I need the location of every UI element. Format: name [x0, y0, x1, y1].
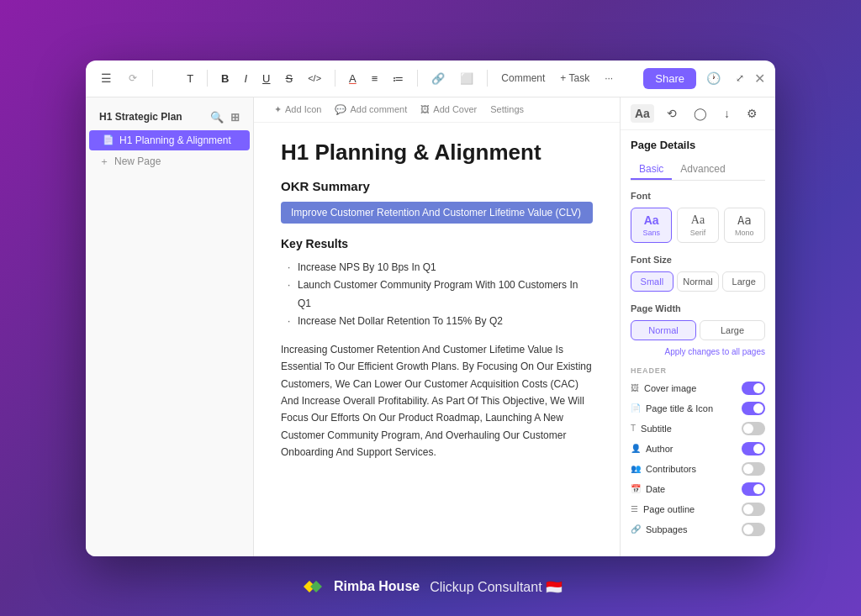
size-small[interactable]: Small [631, 271, 673, 292]
list-btn[interactable]: ≔ [388, 70, 409, 87]
tab-row: Basic Advanced [631, 160, 765, 181]
expand-icon[interactable]: ⤢ [731, 69, 749, 87]
toggle-item-icon: 🔗 [631, 524, 641, 534]
doc-content: H1 Planning & Alignment OKR Summary Impr… [254, 123, 620, 478]
tab-basic[interactable]: Basic [631, 160, 672, 180]
panel-icon-3[interactable]: ↓ [720, 104, 734, 123]
font-size-label: Font Size [631, 255, 765, 265]
toggle-switch[interactable] [742, 503, 765, 516]
doc-icon: 📄 [103, 134, 114, 145]
toolbar-divider-1 [152, 70, 153, 87]
clock-icon[interactable]: 🕐 [701, 68, 726, 88]
text-dropdown-btn[interactable]: T [182, 70, 198, 87]
app-window: ☰ ⟳ T B I U S </> A ≡ ≔ 🔗 ⬜ Comment + Ta… [86, 61, 775, 556]
toggle-label: 🖼 Cover image [631, 383, 696, 393]
font-label: Font [631, 191, 765, 201]
toggle-label: 👥 Contributors [631, 464, 696, 474]
toggle-item-icon: 🖼 [631, 383, 639, 392]
header-toggle-row: T Subtitle [631, 422, 765, 435]
aa-format-btn[interactable]: Aa [631, 104, 654, 123]
add-icon-btn[interactable]: ✦ Add Icon [274, 104, 321, 115]
toggle-switch[interactable] [742, 462, 765, 476]
tab-advanced[interactable]: Advanced [672, 160, 733, 180]
font-options: Aa Sans Aa Serif Aa Mono [631, 208, 765, 243]
font-mono[interactable]: Aa Mono [724, 208, 765, 243]
toolbar-right: Share 🕐 ⤢ ✕ [643, 68, 765, 89]
toggle-item-icon: T [631, 424, 636, 433]
toggle-switch[interactable] [742, 402, 765, 415]
share-button[interactable]: Share [643, 68, 696, 89]
italic-btn[interactable]: I [239, 70, 252, 87]
header-toggle-row: ☰ Page outline [631, 503, 765, 516]
font-sans[interactable]: Aa Sans [631, 208, 672, 243]
underline-btn[interactable]: U [257, 70, 275, 87]
panel-icon-1[interactable]: ⟲ [663, 104, 681, 123]
toggle-switch[interactable] [742, 482, 765, 496]
font-color-btn[interactable]: A [344, 70, 362, 87]
right-panel: Aa ⟲ ◯ ↓ ⚙ Page Details Basic Advanced F… [620, 97, 775, 556]
page-width-options: Normal Large [631, 320, 765, 340]
toolbar-divider-5 [487, 70, 488, 87]
add-comment-btn[interactable]: 💬 Add comment [335, 104, 407, 115]
section1-heading: OKR Summary [281, 179, 593, 193]
toggle-label: T Subtitle [631, 424, 672, 434]
sidebar-item-h1-planning[interactable]: 📄 H1 Planning & Alignment [89, 130, 250, 150]
grid-icon[interactable]: ⊞ [230, 111, 240, 124]
list-item: Increase NPS By 10 Bps In Q1 [288, 259, 593, 277]
toggle-item-icon: ☰ [631, 504, 638, 513]
toggle-switch[interactable] [742, 422, 765, 435]
font-size-options: Small Normal Large [631, 271, 765, 292]
close-button[interactable]: ✕ [754, 71, 765, 87]
comment-icon: 💬 [335, 104, 346, 115]
doc-area: ✦ Add Icon 💬 Add comment 🖼 Add Cover Set… [254, 97, 620, 556]
sidebar: H1 Strategic Plan 🔍 ⊞ 📄 H1 Planning & Al… [86, 97, 254, 556]
image-icon: 🖼 [420, 104, 430, 114]
more-btn[interactable]: ··· [600, 70, 618, 87]
doc-paragraph: Increasing Customer Retention And Custom… [281, 341, 593, 461]
sidebar-title-icons: 🔍 ⊞ [210, 111, 240, 124]
header-toggle-row: 👥 Contributors [631, 462, 765, 476]
toolbar-center: T B I U S </> A ≡ ≔ 🔗 ⬜ Comment + Task ·… [163, 70, 637, 87]
panel-icon-2[interactable]: ◯ [689, 104, 711, 123]
toggle-label: 👤 Author [631, 444, 673, 454]
star-icon: ✦ [274, 104, 282, 115]
width-large[interactable]: Large [700, 320, 765, 340]
strikethrough-btn[interactable]: S [280, 70, 298, 87]
toggle-switch[interactable] [742, 523, 765, 536]
task-btn[interactable]: + Task [555, 70, 594, 87]
toggle-label: 📄 Page title & Icon [631, 403, 713, 413]
doc-toolbar: ✦ Add Icon 💬 Add comment 🖼 Add Cover Set… [254, 97, 620, 123]
panel-icon-row: Aa ⟲ ◯ ↓ ⚙ [621, 104, 775, 130]
menu-icon[interactable]: ☰ [96, 68, 117, 88]
main-area: H1 Strategic Plan 🔍 ⊞ 📄 H1 Planning & Al… [86, 97, 775, 556]
doc-title: H1 Planning & Alignment [281, 140, 593, 166]
comment-btn[interactable]: Comment [496, 70, 550, 87]
panel-section-title: Page Details [631, 139, 765, 151]
size-large[interactable]: Large [722, 271, 765, 292]
image-btn[interactable]: ⬜ [455, 70, 478, 87]
add-cover-btn[interactable]: 🖼 Add Cover [420, 104, 477, 114]
search-icon[interactable]: 🔍 [210, 111, 224, 124]
font-serif[interactable]: Aa Serif [677, 208, 718, 243]
apply-all-link[interactable]: Apply changes to all pages [631, 347, 765, 356]
list-item: Increase Net Dollar Retention To 115% By… [288, 313, 593, 331]
toggle-switch[interactable] [742, 382, 765, 395]
brand-subtitle: Clickup Consultant 🇮🇩 [430, 579, 563, 595]
toggle-switch[interactable] [742, 442, 765, 455]
toggle-label: 📅 Date [631, 484, 665, 494]
bold-btn[interactable]: B [216, 70, 234, 87]
link-btn[interactable]: 🔗 [426, 70, 450, 87]
toolbar-left: ☰ ⟳ [96, 68, 142, 88]
panel-section-details: Page Details Basic Advanced Font Aa Sans… [621, 130, 775, 551]
code-btn[interactable]: </> [303, 71, 326, 86]
toggle-item-icon: 📄 [631, 403, 641, 413]
key-results-list: Increase NPS By 10 Bps In Q1 Launch Cust… [281, 259, 593, 331]
align-btn[interactable]: ≡ [367, 70, 383, 87]
size-normal[interactable]: Normal [677, 271, 720, 292]
settings-btn[interactable]: Settings [490, 104, 524, 114]
panel-icon-4[interactable]: ⚙ [742, 104, 762, 123]
width-normal[interactable]: Normal [631, 320, 696, 340]
sidebar-new-page[interactable]: ＋ New Page [86, 150, 253, 173]
undo-icon[interactable]: ⟳ [124, 69, 142, 87]
toggle-label: 🔗 Subpages [631, 524, 688, 534]
